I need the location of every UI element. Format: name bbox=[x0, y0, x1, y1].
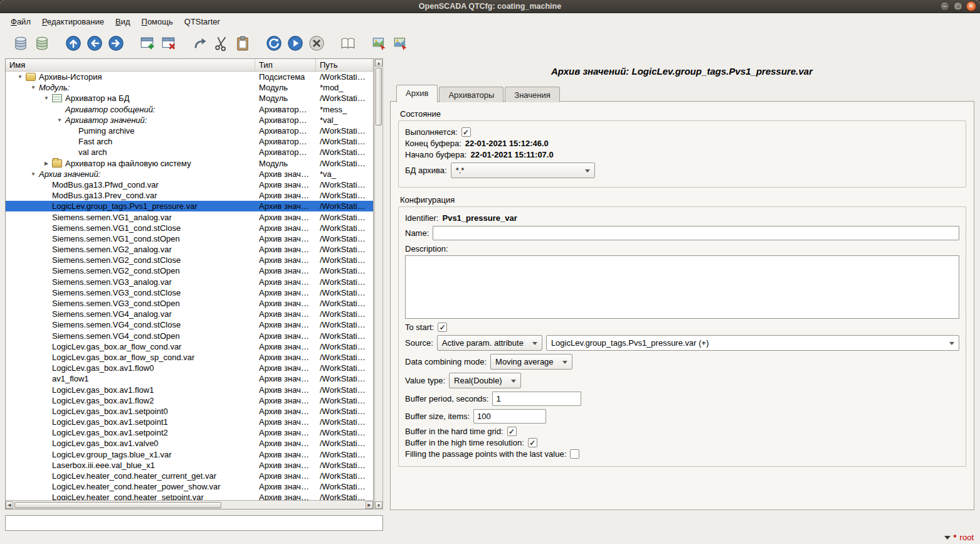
cut-item-button[interactable] bbox=[211, 33, 232, 53]
scroll-up-icon[interactable]: ▲ bbox=[375, 59, 382, 67]
scroll-down-icon[interactable]: ▼ bbox=[375, 501, 382, 509]
running-checkbox[interactable] bbox=[461, 127, 471, 137]
expander-open-icon[interactable]: ▼ bbox=[54, 117, 65, 123]
name-input[interactable] bbox=[433, 226, 959, 240]
manual-button[interactable] bbox=[337, 33, 359, 53]
forward-button[interactable] bbox=[105, 33, 127, 53]
scroll-right-icon[interactable]: ▶ bbox=[366, 501, 373, 509]
tree-row[interactable]: Архиватор сообщений:Архиватор…*mess_ bbox=[6, 104, 373, 115]
scroll-left-icon[interactable]: ◀ bbox=[6, 501, 13, 509]
high-res-checkbox[interactable] bbox=[528, 438, 537, 447]
current-user[interactable]: root bbox=[960, 533, 974, 542]
tree-row[interactable]: Siemens.semen.VG4_analog.varАрхив знач…/… bbox=[6, 309, 373, 319]
paste-item-button[interactable] bbox=[232, 33, 253, 53]
menu-item-5[interactable]: QTStarter bbox=[179, 15, 226, 28]
to-start-checkbox[interactable] bbox=[438, 323, 447, 332]
tree-row[interactable]: Siemens.semen.VG1_cond.stOpenАрхив знач…… bbox=[6, 233, 373, 244]
load-from-db-button[interactable] bbox=[10, 33, 31, 53]
tree-row[interactable]: Puming archiveАрхиватор…/WorkStati… bbox=[6, 125, 373, 136]
tree-horizontal-scrollbar[interactable]: ◀ ▶ bbox=[6, 500, 373, 509]
menu-item-1[interactable]: Файл bbox=[5, 15, 36, 28]
tree-row[interactable]: Siemens.semen.VG1_cond.stCloseАрхив знач… bbox=[6, 223, 373, 233]
tree-row[interactable]: av1_flow1Архив знач…/WorkStati… bbox=[6, 373, 373, 384]
tab-values[interactable]: Значения bbox=[505, 87, 559, 102]
tree-row[interactable]: LogicLev.gas_box.av1.flow2Архив знач…/Wo… bbox=[6, 395, 373, 406]
stop-button[interactable] bbox=[306, 33, 327, 53]
tree-row[interactable]: LogicLev.gas_box.av1.valve0Архив знач…/W… bbox=[6, 438, 373, 449]
expander-closed-icon[interactable]: ▶ bbox=[41, 161, 52, 166]
qtstarter-vision-button[interactable] bbox=[390, 33, 411, 53]
start-button[interactable] bbox=[285, 33, 306, 53]
save-to-db-button[interactable] bbox=[31, 33, 53, 53]
tree-row[interactable]: Siemens.semen.VG1_analog.varАрхив знач…/… bbox=[6, 211, 373, 222]
tree-row[interactable]: LogicLev.gas_box.av1.setpoint0Архив знач… bbox=[6, 406, 373, 417]
expander-open-icon[interactable]: ▼ bbox=[28, 171, 39, 177]
expander-open-icon[interactable]: ▼ bbox=[14, 74, 26, 80]
minimize-button[interactable]: – bbox=[940, 1, 950, 11]
source-value-select[interactable]: LogicLev.group_tags.Pvs1_pressure.var (+… bbox=[546, 335, 959, 351]
tree-row[interactable]: ▼Модуль:Модуль*mod_ bbox=[6, 82, 373, 93]
qtstarter-config-button[interactable] bbox=[369, 33, 390, 53]
source-type-select[interactable]: Active param. attribute bbox=[437, 335, 542, 351]
tree-row[interactable]: LogicLev.heater_cond.heater_power_show.v… bbox=[6, 481, 373, 492]
tab-archivers[interactable]: Архиваторы bbox=[439, 87, 503, 102]
hard-grid-checkbox[interactable] bbox=[507, 427, 517, 436]
tree-row[interactable]: ▼Архивы-ИсторияПодсистема/WorkStati… bbox=[6, 72, 373, 82]
tree-row[interactable]: ▼Архиватор значений:Архиватор…*val_ bbox=[6, 115, 373, 125]
close-button[interactable]: ✕ bbox=[966, 1, 976, 11]
tree-row[interactable]: Siemens.semen.VG3_cond.stOpenАрхив знач…… bbox=[6, 298, 373, 309]
tree-row[interactable]: LogicLev.gas_box.av1.setpoint1Архив знач… bbox=[6, 417, 373, 427]
tree-row[interactable]: ▼Архиватор на БДМодуль/WorkStati… bbox=[6, 93, 373, 104]
tree-row[interactable]: ▼Архив значений:Архив знач…*va_ bbox=[6, 169, 373, 179]
reload-button[interactable] bbox=[263, 33, 285, 53]
user-dropdown-icon[interactable] bbox=[944, 536, 951, 543]
tree-row[interactable]: ModBus.ga13.Pfwd_cond.varАрхив знач…/Wor… bbox=[6, 179, 373, 190]
tree-row[interactable]: Siemens.semen.VG3_cond.stCloseАрхив знач… bbox=[6, 287, 373, 298]
maximize-button[interactable]: ▢ bbox=[953, 1, 963, 11]
tree-column-path[interactable]: Путь bbox=[316, 59, 373, 71]
expander-open-icon[interactable]: ▼ bbox=[41, 95, 52, 101]
menu-item-3[interactable]: Вид bbox=[110, 15, 136, 28]
tree-column-type[interactable]: Тип bbox=[255, 59, 316, 71]
tree-row[interactable]: Laserbox.iii.eee.val_blue_x1Архив знач…/… bbox=[6, 460, 373, 471]
menu-item-2[interactable]: Редактирование bbox=[36, 15, 110, 28]
tab-archive[interactable]: Архив bbox=[396, 85, 438, 102]
tree-row[interactable]: LogicLev.gas_box.av1.flow0Архив знач…/Wo… bbox=[6, 363, 373, 373]
scrollbar-thumb[interactable] bbox=[14, 502, 221, 508]
back-button[interactable] bbox=[84, 33, 105, 53]
tree-vertical-scrollbar[interactable]: ▲ ▼ bbox=[374, 58, 383, 509]
delete-item-button[interactable] bbox=[158, 33, 179, 53]
tree-row[interactable]: LogicLev.group_tags.blue_x1.varАрхив зна… bbox=[6, 449, 373, 460]
tree-row[interactable]: LogicLev.gas_box.ar_flow_sp_cond.varАрхи… bbox=[6, 352, 373, 363]
tree-row[interactable]: Siemens.semen.VG3_analog.varАрхив знач…/… bbox=[6, 277, 373, 287]
tree-row[interactable]: Siemens.semen.VG4_cond.stOpenАрхив знач…… bbox=[6, 331, 373, 341]
tree-row[interactable]: LogicLev.gas_box.av1.flow1Архив знач…/Wo… bbox=[6, 384, 373, 395]
tree-row[interactable]: Siemens.semen.VG4_cond.stCloseАрхив знач… bbox=[6, 319, 373, 330]
buffer-period-input[interactable] bbox=[492, 392, 581, 406]
tree-column-name[interactable]: Имя bbox=[6, 59, 255, 71]
up-button[interactable] bbox=[63, 33, 84, 53]
tree-row[interactable]: LogicLev.heater_cond.heater_current_get.… bbox=[6, 471, 373, 481]
buffer-size-input[interactable] bbox=[473, 409, 546, 424]
tree-row[interactable]: Siemens.semen.VG2_analog.varАрхив знач…/… bbox=[6, 244, 373, 255]
tree-row[interactable]: LogicLev.gas_box.av1.setpoint2Архив знач… bbox=[6, 427, 373, 438]
value-type-select[interactable]: Real(Double) bbox=[449, 373, 521, 388]
add-item-button[interactable] bbox=[137, 33, 158, 53]
scrollbar-thumb[interactable] bbox=[376, 68, 382, 125]
tree-row[interactable]: Siemens.semen.VG2_cond.stCloseАрхив знач… bbox=[6, 255, 373, 265]
expander-open-icon[interactable]: ▼ bbox=[28, 85, 39, 90]
fill-passage-checkbox[interactable] bbox=[570, 449, 579, 459]
tree-row[interactable]: LogicLev.gas_box.ar_flow_cond.varАрхив з… bbox=[6, 341, 373, 352]
copy-item-button[interactable] bbox=[189, 33, 211, 53]
tree-row[interactable]: val archАрхиватор…/WorkStati… bbox=[6, 147, 373, 157]
tree-row[interactable]: LogicLev.group_tags.Pvs1_pressure.varАрх… bbox=[6, 201, 373, 211]
archive-db-select[interactable]: *.* bbox=[451, 163, 595, 178]
tree-row[interactable]: ▶Архиватор на файловую системуМодуль/Wor… bbox=[6, 158, 373, 169]
quick-edit-input[interactable] bbox=[5, 515, 383, 531]
description-input[interactable] bbox=[405, 255, 959, 319]
combining-mode-select[interactable]: Moving average bbox=[490, 354, 572, 370]
tree-row[interactable]: Siemens.semen.VG2_cond.stOpenАрхив знач…… bbox=[6, 265, 373, 276]
menu-item-4[interactable]: Помощь bbox=[136, 15, 179, 28]
tree-row[interactable]: ModBus.ga13.Prev_cond.varАрхив знач…/Wor… bbox=[6, 190, 373, 201]
tree-row[interactable]: Fast archАрхиватор…/WorkStati… bbox=[6, 136, 373, 147]
